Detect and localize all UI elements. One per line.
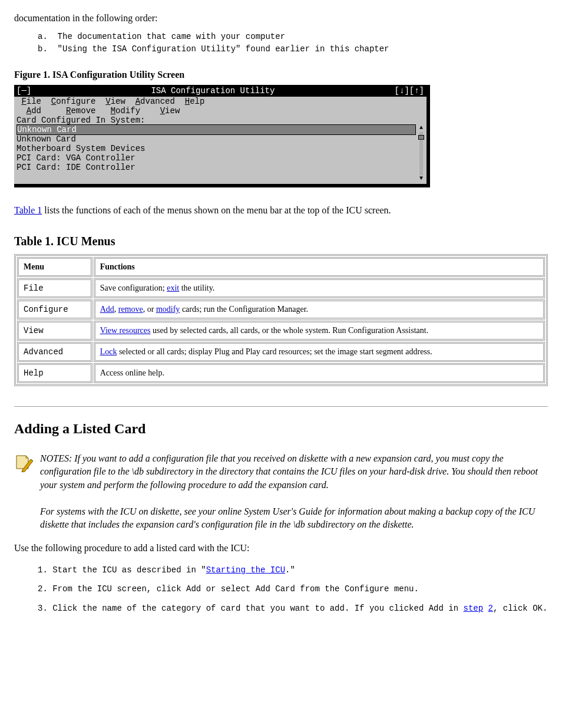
tui-card-row[interactable]: Unknown Card [16, 134, 416, 144]
tui-title: ISA Configuration Utility [31, 86, 394, 95]
tui-submenubar[interactable]: Add Remove Modify View [14, 106, 427, 116]
view-resources-link[interactable]: View resources [100, 326, 151, 335]
tui-scrollbar[interactable]: ▲ ▼ [418, 125, 424, 182]
lock-link[interactable]: Lock [100, 347, 117, 356]
scroll-up-icon[interactable]: ▲ [419, 125, 423, 131]
tui-card-row[interactable]: Unknown Card [16, 124, 416, 135]
step-1: 1. Start the ICU as described in "Starti… [38, 564, 548, 577]
tui-list-label: Card Configured In System: [16, 116, 424, 125]
tui-menubar[interactable]: File Configure View Advanced Help [14, 97, 427, 106]
scroll-thumb[interactable] [418, 135, 424, 140]
starting-icu-link[interactable]: Starting the ICU [206, 565, 285, 575]
table-header-menu: Menu [17, 257, 92, 277]
section-divider [14, 406, 548, 407]
note-icon [14, 452, 34, 472]
adding-listed-card-heading: Adding a Listed Card [14, 421, 548, 437]
after-figure-text: Table 1 lists the functions of each of t… [14, 204, 548, 217]
tui-card-row[interactable]: PCI Card: IDE Controller [16, 163, 416, 172]
procedure-steps: 1. Start the ICU as described in "Starti… [14, 564, 548, 615]
step-2-link[interactable]: 2 [488, 604, 493, 613]
tui-card-row[interactable]: PCI Card: VGA Controller [16, 153, 416, 163]
table-row: Configure Add, remove, or modify cards; … [17, 299, 545, 319]
table-row: View View resources used by selected car… [17, 321, 545, 341]
procedure-intro: Use the following procedure to add a lis… [14, 542, 548, 555]
scroll-down-icon[interactable]: ▼ [419, 176, 423, 182]
table-row: Advanced Lock selected or all cards; dis… [17, 342, 545, 362]
tui-card-row-blank [16, 172, 416, 182]
figure-caption: Figure 1. ISA Configuration Utility Scre… [14, 70, 548, 80]
icu-screenshot: [─] ISA Configuration Utility [↓][↑] Fil… [14, 85, 430, 187]
table-header-functions: Functions [94, 257, 545, 277]
tui-sysmenu-icon[interactable]: [─] [16, 86, 31, 95]
table1-link[interactable]: Table 1 [14, 205, 42, 215]
exit-link[interactable]: exit [167, 284, 179, 292]
step-3: 3. Click the name of the category of car… [38, 602, 548, 615]
table-row: Help Access online help. [17, 363, 545, 383]
add-link[interactable]: Add [100, 305, 114, 314]
tui-card-row[interactable]: Motherboard System Devices [16, 144, 416, 153]
step-2: 2. From the ICU screen, click Add or sel… [38, 582, 548, 595]
step-link[interactable]: step [464, 604, 484, 613]
modify-link[interactable]: modify [156, 305, 180, 314]
note-text: NOTES: If you want to add a configuratio… [40, 452, 548, 531]
table-title: Table 1. ICU Menus [14, 235, 548, 248]
tui-scroll-arrows-icon[interactable]: [↓][↑] [395, 86, 424, 95]
doc-order-item: a. The documentation that came with your… [38, 31, 548, 43]
scroll-track[interactable] [419, 131, 423, 175]
tui-titlebar: [─] ISA Configuration Utility [↓][↑] [14, 85, 427, 97]
remove-link[interactable]: remove [118, 305, 143, 314]
sys-user-guide: System User's Guide [244, 506, 322, 516]
table-row: File Save configuration; exit the utilit… [17, 278, 545, 298]
icu-menus-table: Menu Functions File Save configuration; … [14, 254, 548, 386]
doc-order-list: a. The documentation that came with your… [14, 31, 548, 55]
doc-order-item: b. "Using the ISA Configuration Utility"… [38, 43, 548, 55]
intro-text: documentation in the following order: [14, 12, 548, 25]
